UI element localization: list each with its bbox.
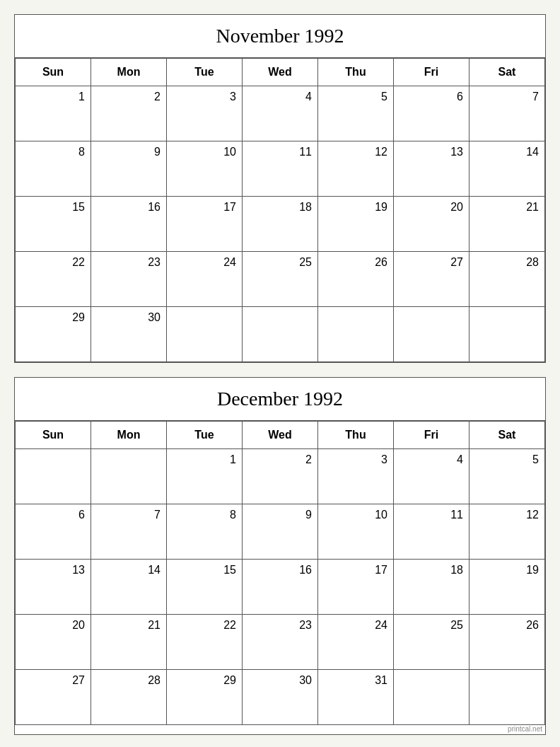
table-row: 26 <box>469 615 545 670</box>
december-title: December 1992 <box>15 378 545 421</box>
table-row <box>91 449 167 504</box>
table-row: 12 <box>469 504 545 560</box>
table-row <box>16 449 91 504</box>
table-row: 3 <box>318 449 394 504</box>
table-row: 19 <box>318 197 394 252</box>
table-row: 16 <box>243 560 318 615</box>
table-row: 6 <box>16 504 91 560</box>
table-row: 9 <box>243 504 318 560</box>
table-row: 29 <box>167 670 243 725</box>
table-row: 30 <box>243 670 318 725</box>
dec-header-mon: Mon <box>91 422 167 449</box>
table-row: 4 <box>394 449 469 504</box>
table-row: 12 <box>318 141 394 197</box>
table-row: 2 <box>243 449 318 504</box>
table-row: 21 <box>469 197 545 252</box>
table-row: 1 <box>16 86 91 141</box>
dec-header-sun: Sun <box>16 422 91 449</box>
table-row: 18 <box>243 197 318 252</box>
table-row: 17 <box>318 560 394 615</box>
nov-header-sat: Sat <box>469 59 545 86</box>
table-row: 15 <box>167 560 243 615</box>
table-row: 20 <box>16 615 91 670</box>
table-row: 11 <box>243 141 318 197</box>
december-calendar: December 1992 Sun Mon Tue Wed Thu Fri Sa… <box>14 377 546 735</box>
table-row: 8 <box>16 141 91 197</box>
table-row <box>469 307 545 362</box>
table-row: 31 <box>318 670 394 725</box>
november-title: November 1992 <box>15 15 545 58</box>
table-row: 5 <box>469 449 545 504</box>
table-row: 23 <box>91 252 167 307</box>
table-row: 29 <box>16 307 91 362</box>
november-calendar: November 1992 Sun Mon Tue Wed Thu Fri Sa… <box>14 14 546 363</box>
table-row: 13 <box>16 560 91 615</box>
table-row <box>243 307 318 362</box>
dec-header-fri: Fri <box>394 422 469 449</box>
table-row: 28 <box>91 670 167 725</box>
table-row: 20 <box>394 197 469 252</box>
table-row: 26 <box>318 252 394 307</box>
table-row: 23 <box>243 615 318 670</box>
table-row <box>318 307 394 362</box>
table-row: 4 <box>243 86 318 141</box>
nov-header-fri: Fri <box>394 59 469 86</box>
table-row: 5 <box>318 86 394 141</box>
table-row: 10 <box>318 504 394 560</box>
watermark: printcal.net <box>15 725 545 734</box>
table-row: 14 <box>91 560 167 615</box>
table-row: 9 <box>91 141 167 197</box>
table-row: 21 <box>91 615 167 670</box>
nov-header-mon: Mon <box>91 59 167 86</box>
nov-header-thu: Thu <box>318 59 394 86</box>
table-row <box>469 670 545 725</box>
table-row: 25 <box>394 615 469 670</box>
table-row: 8 <box>167 504 243 560</box>
table-row: 27 <box>394 252 469 307</box>
table-row: 22 <box>167 615 243 670</box>
table-row: 1 <box>167 449 243 504</box>
dec-header-wed: Wed <box>243 422 318 449</box>
dec-header-tue: Tue <box>167 422 243 449</box>
table-row: 7 <box>469 86 545 141</box>
table-row <box>394 670 469 725</box>
dec-header-thu: Thu <box>318 422 394 449</box>
table-row: 2 <box>91 86 167 141</box>
table-row: 19 <box>469 560 545 615</box>
table-row: 24 <box>318 615 394 670</box>
table-row: 6 <box>394 86 469 141</box>
table-row: 22 <box>16 252 91 307</box>
table-row: 15 <box>16 197 91 252</box>
table-row: 27 <box>16 670 91 725</box>
dec-header-sat: Sat <box>469 422 545 449</box>
nov-header-tue: Tue <box>167 59 243 86</box>
table-row: 7 <box>91 504 167 560</box>
table-row <box>167 307 243 362</box>
table-row: 25 <box>243 252 318 307</box>
table-row: 18 <box>394 560 469 615</box>
table-row: 10 <box>167 141 243 197</box>
nov-header-sun: Sun <box>16 59 91 86</box>
table-row: 11 <box>394 504 469 560</box>
nov-header-wed: Wed <box>243 59 318 86</box>
table-row: 3 <box>167 86 243 141</box>
table-row: 13 <box>394 141 469 197</box>
table-row: 17 <box>167 197 243 252</box>
table-row <box>394 307 469 362</box>
table-row: 28 <box>469 252 545 307</box>
table-row: 30 <box>91 307 167 362</box>
table-row: 14 <box>469 141 545 197</box>
table-row: 16 <box>91 197 167 252</box>
table-row: 24 <box>167 252 243 307</box>
